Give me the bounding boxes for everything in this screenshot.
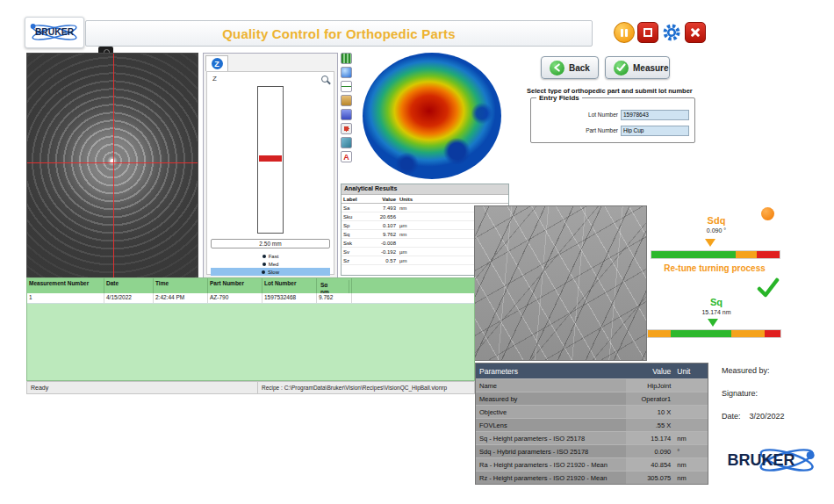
pause-button[interactable]	[614, 22, 635, 43]
warning-dot-icon	[761, 207, 774, 220]
database-icon[interactable]	[341, 109, 352, 120]
folder-icon[interactable]	[341, 95, 352, 106]
3d-view-icon[interactable]	[341, 67, 352, 78]
gauge-orange-zone	[731, 330, 765, 337]
brand-text: BRUKER	[727, 451, 794, 469]
bruker-logo-icon: BRUKER	[723, 439, 815, 481]
z-stage-panel: Z Z 2.50 mm Fast Med Slow	[203, 53, 338, 278]
report-row: Measured byOperator1	[476, 392, 708, 405]
z-slider-handle[interactable]	[259, 155, 282, 162]
signature-label: Signature:	[722, 389, 758, 398]
page-title: Quality Control for Orthopedic Parts	[222, 26, 456, 41]
report-row: Sq - Height parameters - ISO 2517815.174…	[476, 431, 708, 444]
height-map-panel[interactable]	[356, 51, 509, 181]
report-row: FOVLens.55 X	[476, 418, 708, 431]
back-button[interactable]: Back	[541, 56, 599, 79]
report-body: NameHipJoint Measured byOperator1 Object…	[476, 378, 708, 484]
speed-label: Fast	[269, 254, 279, 259]
radio-icon	[262, 263, 266, 266]
speed-label: Med	[269, 262, 279, 267]
close-button[interactable]	[685, 22, 706, 43]
record-icon[interactable]	[341, 123, 352, 134]
report-header: Parameters Value Unit	[476, 364, 708, 378]
speed-label: Slow	[268, 270, 279, 275]
status-state: Ready	[31, 382, 48, 394]
bruker-logo-top: BRUKER	[25, 17, 84, 48]
gauge-orange-zone	[648, 330, 671, 337]
sq-unit-label: nm	[319, 287, 349, 294]
sdq-marker-icon	[705, 239, 715, 247]
parameters-report-table: Parameters Value Unit NameHipJoint Measu…	[475, 363, 708, 485]
crosshair-horizontal	[27, 162, 198, 163]
z-tab[interactable]: Z	[205, 55, 228, 71]
gauge-red-zone	[765, 330, 780, 337]
live-camera-view[interactable]	[26, 53, 198, 278]
back-label: Back	[569, 63, 590, 73]
report-row: Objective10 X	[476, 405, 708, 418]
measure-button[interactable]: Measure	[605, 56, 670, 79]
crosshair-vertical	[113, 54, 114, 277]
report-row: Rz - Height parameters - ISO 21920 - Mea…	[476, 471, 708, 484]
sdq-gauge-label: Sdq	[676, 215, 757, 226]
report-row: Ra - Height parameters - ISO 21920 - Mea…	[476, 457, 708, 471]
gear-icon	[661, 22, 682, 43]
z-slider-track[interactable]	[257, 86, 284, 234]
part-number-row: Part Number	[535, 125, 689, 136]
surface-texture-image	[474, 205, 647, 361]
sdq-tolerance-gauge	[651, 250, 780, 259]
z-stage-inner: Z 2.50 mm Fast Med Slow	[206, 71, 334, 275]
sq-marker-icon	[708, 319, 718, 327]
lot-number-input[interactable]	[621, 110, 689, 120]
gauge-red-zone	[757, 251, 780, 258]
back-arrow-icon	[550, 61, 564, 76]
stop-icon	[643, 28, 652, 37]
date-line: Date: 3/20/2022	[722, 412, 785, 421]
bruker-logo-icon: BRUKER	[27, 19, 82, 46]
stop-button[interactable]	[637, 22, 658, 43]
application-window: BRUKER Quality Control for Orthopedic Pa…	[0, 0, 834, 504]
z-position-readout: 2.50 mm	[211, 239, 330, 248]
date-label: Date:	[722, 412, 741, 421]
measurement-table-header: Measurement Number Date Time Part Number…	[27, 278, 474, 293]
status-recipe-path: Recipe : C:\ProgramData\Bruker\Vision\Re…	[257, 382, 472, 394]
z-tab-icon: Z	[212, 58, 223, 69]
analytical-results-title: Analytical Results	[342, 184, 508, 195]
settings-button[interactable]	[661, 22, 682, 43]
retune-message: Re-tune turning process	[644, 263, 785, 273]
speed-option-slow[interactable]: Slow	[211, 268, 330, 276]
window-controls	[614, 22, 706, 43]
entry-fields-group: Entry Fields Lot Number Part Number	[530, 97, 695, 143]
brand-text: BRUKER	[35, 27, 75, 37]
speed-options: Fast Med Slow	[211, 252, 330, 276]
gauge-orange-zone	[736, 251, 756, 258]
sdq-gauge-value: 0.090 °	[676, 227, 757, 234]
app-title-bar: Quality Control for Orthopedic Parts	[85, 20, 593, 47]
entry-fields-title: Entry Fields	[536, 94, 582, 102]
magnifier-icon[interactable]	[321, 76, 328, 83]
height-map-disc	[363, 53, 501, 179]
profile-icon[interactable]	[341, 81, 352, 92]
pause-icon	[621, 29, 623, 37]
part-number-input[interactable]	[621, 126, 689, 136]
annotation-a-icon[interactable]: A	[341, 151, 352, 162]
gauge-green-zone	[651, 251, 736, 258]
filter-icon[interactable]	[341, 137, 352, 148]
analytical-results-header: Label Value Units	[342, 195, 508, 204]
sq-tolerance-gauge	[647, 329, 781, 338]
radio-icon	[262, 255, 266, 258]
speed-option-med[interactable]: Med	[211, 260, 330, 268]
sq-gauge-value: 15.174 nm	[676, 309, 757, 315]
sq-gauge-label: Sq	[676, 297, 757, 307]
status-bar: Ready Recipe : C:\ProgramData\Bruker\Vis…	[26, 381, 475, 394]
radio-icon	[262, 270, 265, 274]
speed-option-fast[interactable]: Fast	[211, 252, 330, 260]
measure-label: Measure	[633, 63, 669, 73]
gauge-green-zone	[671, 330, 731, 337]
surface-data-icon[interactable]	[341, 53, 352, 64]
analysis-toolbar: A	[341, 53, 354, 162]
measured-by-label: Measured by:	[722, 366, 770, 375]
report-row: NameHipJoint	[476, 378, 708, 392]
measure-check-icon	[614, 61, 629, 76]
measurement-row[interactable]: 1 4/15/2022 2:42:44 PM AZ-790 1597532468…	[27, 293, 474, 304]
lot-number-row: Lot Number	[535, 109, 689, 120]
